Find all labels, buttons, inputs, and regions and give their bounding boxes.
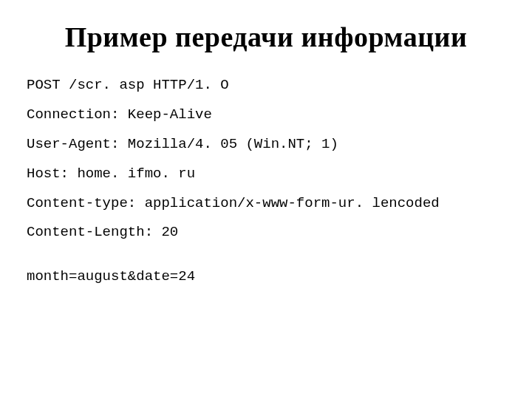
slide-title: Пример передачи информации — [27, 21, 505, 53]
http-request-example: POST /scr. asp HTTP/1. O Connection: Kee… — [27, 71, 505, 292]
header-host: Host: home. ifmo. ru — [27, 160, 505, 189]
header-content-length: Content-Length: 20 — [27, 218, 505, 248]
blank-line — [27, 248, 505, 262]
header-connection: Connection: Keep-Alive — [27, 100, 505, 130]
header-user-agent: User-Agent: Mozilla/4. 05 (Win.NT; 1) — [27, 130, 505, 160]
request-body: month=august&date=24 — [27, 262, 505, 292]
request-line: POST /scr. asp HTTP/1. O — [27, 71, 505, 100]
header-content-type: Content-type: application/x-www-form-ur.… — [27, 189, 505, 219]
